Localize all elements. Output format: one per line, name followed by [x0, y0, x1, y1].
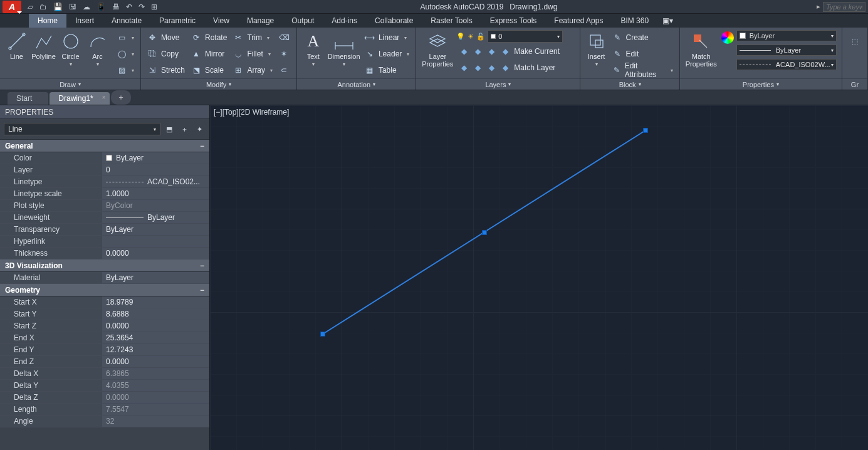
prop-row-end-x[interactable]: End X25.3654: [0, 332, 209, 344]
quick-select-icon[interactable]: ✦: [193, 123, 206, 135]
help-search[interactable]: [823, 2, 865, 12]
prop-row-linetype-scale[interactable]: Linetype scale1.0000: [0, 188, 209, 200]
fillet-button[interactable]: ◡Fillet▾: [231, 46, 275, 61]
qat-new-icon[interactable]: ▱: [28, 3, 33, 11]
prop-value[interactable]: 18.9789: [102, 296, 209, 308]
color-wheel-icon[interactable]: [720, 30, 735, 44]
panel-properties-caption[interactable]: Properties▾: [680, 78, 842, 90]
prop-value[interactable]: 7.5547: [102, 404, 209, 415]
text-button[interactable]: A Text▾: [301, 30, 325, 67]
prop-row-layer[interactable]: Layer0: [0, 164, 209, 176]
trim-button[interactable]: ✂Trim▾: [231, 30, 275, 45]
array-button[interactable]: ⊞Array▾: [231, 63, 275, 78]
layer-misc1-icon[interactable]: ◆: [459, 46, 469, 56]
prop-row-start-y[interactable]: Start Y8.6888: [0, 308, 209, 320]
block-edit-button[interactable]: ✎Edit: [610, 46, 676, 61]
prop-value[interactable]: 25.3654: [102, 332, 209, 343]
close-icon[interactable]: ×: [102, 94, 106, 101]
select-objects-icon[interactable]: ＋: [178, 123, 191, 135]
prop-row-length[interactable]: Length7.5547: [0, 404, 209, 416]
prop-value[interactable]: 12.7243: [102, 344, 209, 355]
layer-misc5-icon[interactable]: ◆: [473, 63, 483, 73]
prop-row-delta-y[interactable]: Delta Y4.0355: [0, 380, 209, 392]
leader-button[interactable]: ↘Leader▾: [362, 46, 412, 61]
group-button[interactable]: ⬚: [846, 30, 864, 51]
qat-open-icon[interactable]: 🗀: [39, 3, 47, 11]
prop-row-end-z[interactable]: End Z0.0000: [0, 356, 209, 368]
dimension-button[interactable]: Dimension▾: [327, 30, 361, 67]
insert-button[interactable]: Insert▾: [584, 30, 608, 67]
prop-row-hyperlink[interactable]: Hyperlink: [0, 236, 209, 248]
match-layer-button[interactable]: ◆ ◆ ◆ ◆ Match Layer: [456, 60, 576, 75]
rotate-button[interactable]: ⟳Rotate: [189, 30, 229, 45]
draw-rectangle-icon[interactable]: ▭▾: [114, 30, 137, 45]
prop-row-end-y[interactable]: End Y12.7243: [0, 344, 209, 356]
panel-layers-caption[interactable]: Layers▾: [416, 78, 580, 90]
layer-sun-icon[interactable]: ☀: [468, 33, 474, 41]
prop-row-lineweight[interactable]: LineweightByLayer: [0, 212, 209, 224]
grip-start[interactable]: [320, 332, 325, 337]
prop-row-start-z[interactable]: Start Z0.0000: [0, 320, 209, 332]
erase-icon[interactable]: ⌫: [276, 30, 291, 45]
qat-saveas-icon[interactable]: 🖫: [69, 3, 76, 11]
draw-hatch-icon[interactable]: ▨▾: [114, 63, 137, 78]
prop-row-angle[interactable]: Angle32: [0, 416, 209, 427]
qat-redo-icon[interactable]: ↷: [139, 3, 145, 11]
mirror-button[interactable]: ▲Mirror: [189, 46, 229, 61]
prop-value[interactable]: [102, 236, 209, 247]
prop-value[interactable]: 0.0000: [102, 320, 209, 332]
object-type-combo[interactable]: Line▾: [4, 123, 160, 135]
tab-output[interactable]: Output: [283, 14, 323, 28]
qat-mobile-icon[interactable]: 📱: [97, 3, 106, 11]
tab-raster-tools[interactable]: Raster Tools: [422, 14, 481, 28]
circle-button[interactable]: Circle▾: [58, 30, 83, 67]
file-tab-start[interactable]: Start: [8, 92, 48, 105]
color-combo[interactable]: ByLayer▾: [736, 30, 837, 41]
tab-bim-360[interactable]: BIM 360: [612, 14, 657, 28]
toggle-pickadd-icon[interactable]: ⬒: [163, 123, 175, 135]
polyline-button[interactable]: Polyline: [31, 30, 56, 60]
layer-current-combo[interactable]: 0▾: [488, 30, 563, 43]
prop-value[interactable]: ByLayer: [102, 224, 209, 235]
section-general[interactable]: General−: [0, 140, 209, 152]
prop-value[interactable]: 0.0000: [102, 248, 209, 259]
prop-value[interactable]: 6.3865: [102, 368, 209, 379]
panel-modify-caption[interactable]: Modify▾: [141, 78, 296, 90]
block-editattr-button[interactable]: ✎Edit Attributes▾: [610, 63, 676, 78]
tab-view[interactable]: View: [204, 14, 238, 28]
lineweight-combo[interactable]: ByLayer▾: [736, 44, 837, 56]
prop-value[interactable]: ByLayer: [102, 212, 209, 223]
prop-row-transparency[interactable]: TransparencyByLayer: [0, 224, 209, 236]
prop-value[interactable]: 32: [102, 416, 209, 427]
qat-plot-icon[interactable]: 🖶: [112, 3, 120, 11]
linear-button[interactable]: ⟷Linear▾: [362, 30, 412, 45]
tab-options-icon[interactable]: ▣▾: [657, 14, 678, 28]
prop-value[interactable]: 8.6888: [102, 308, 209, 320]
layer-properties-button[interactable]: Layer Properties: [420, 30, 455, 68]
section-3d-visualization[interactable]: 3D Visualization−: [0, 259, 209, 272]
prop-row-delta-z[interactable]: Delta Z0.0000: [0, 392, 209, 404]
selected-line[interactable]: [210, 105, 868, 450]
grip-mid[interactable]: [482, 230, 487, 235]
panel-block-caption[interactable]: Block▾: [580, 78, 679, 90]
file-tab-drawing1[interactable]: Drawing1*×: [50, 92, 109, 105]
qat-cloud-icon[interactable]: ☁: [83, 3, 90, 11]
tab-express-tools[interactable]: Express Tools: [481, 14, 545, 28]
line-button[interactable]: Line: [4, 30, 29, 60]
new-tab-button[interactable]: ＋: [111, 90, 131, 105]
section-geometry[interactable]: Geometry−: [0, 284, 209, 296]
make-current-button[interactable]: ◆ ◆ ◆ ◆ Make Current: [456, 44, 576, 59]
panel-draw-caption[interactable]: Draw▾: [0, 78, 140, 90]
stretch-button[interactable]: ⇲Stretch: [145, 63, 187, 78]
arc-button[interactable]: Arc▾: [85, 30, 110, 67]
tab-parametric[interactable]: Parametric: [150, 14, 204, 28]
qat-save-icon[interactable]: 💾: [53, 3, 63, 11]
copy-button[interactable]: ⿻Copy: [145, 46, 187, 61]
prop-row-material[interactable]: MaterialByLayer: [0, 272, 209, 284]
help-search-input[interactable]: [823, 2, 865, 12]
prop-row-linetype[interactable]: LinetypeACAD_ISO02...: [0, 176, 209, 188]
block-create-button[interactable]: ✎Create: [610, 30, 676, 45]
tab-collaborate[interactable]: Collaborate: [366, 14, 422, 28]
layer-lock-icon[interactable]: 🔓: [476, 33, 485, 41]
qat-workspace-icon[interactable]: ⊞: [151, 3, 157, 11]
